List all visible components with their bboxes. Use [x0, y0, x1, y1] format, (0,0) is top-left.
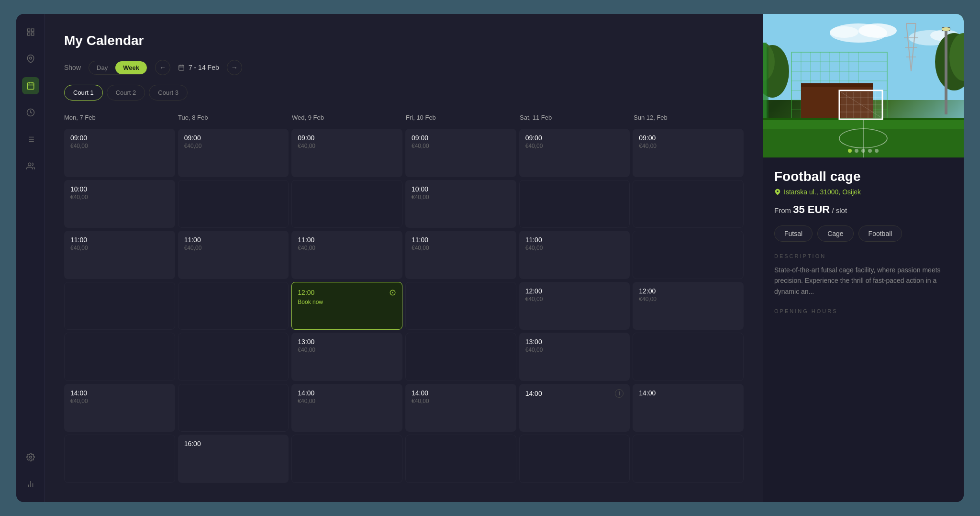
court-tabs: Court 1 Court 2 Court 3 — [64, 85, 744, 101]
svg-rect-41 — [763, 43, 767, 119]
controls-row: Show Day Week ← 7 - 14 Feb → — [64, 60, 744, 75]
slot-mon-14[interactable]: 14:00€40,00 — [64, 384, 175, 432]
tag-cage[interactable]: Cage — [817, 225, 853, 242]
calendar-body: 09:00€40,00 09:00€40,00 09:00€40,00 09:0… — [64, 129, 744, 483]
svg-point-17 — [29, 456, 32, 459]
sidebar-icon-calendar[interactable] — [22, 77, 39, 94]
slot-mon-11[interactable]: 11:00€40,00 — [64, 231, 175, 279]
slot-sat-14[interactable]: 14:00 i — [519, 384, 630, 432]
tag-futsal[interactable]: Futsal — [774, 225, 813, 242]
next-week-button[interactable]: → — [227, 60, 242, 75]
court-tab-3[interactable]: Court 3 — [149, 85, 188, 101]
slot-mon-12-empty — [64, 282, 175, 330]
sidebar — [16, 14, 45, 502]
sidebar-icon-location[interactable] — [22, 50, 39, 67]
price-from: From — [774, 206, 791, 214]
venue-name: Football cage — [774, 169, 952, 184]
slot-mon-13-empty — [64, 333, 175, 381]
slot-sun-11-empty — [633, 231, 744, 279]
slot-fri-12-empty — [405, 282, 516, 330]
slot-tue-12-empty — [178, 282, 289, 330]
sidebar-icon-list[interactable] — [22, 131, 39, 148]
svg-point-74 — [942, 27, 950, 31]
calendar-grid: Mon, 7 Feb Tue, 8 Feb Wed, 9 Feb Fri, 10… — [64, 112, 744, 483]
svg-rect-5 — [27, 83, 34, 90]
svg-rect-1 — [31, 29, 33, 31]
slot-wed-13[interactable]: 13:00€40,00 — [291, 333, 402, 381]
slot-sat-10-empty — [519, 180, 630, 228]
week-view-button[interactable]: Week — [115, 61, 147, 74]
venue-description: State-of-the-art futsal cage facility, w… — [774, 265, 952, 297]
image-dots — [848, 149, 879, 153]
date-range: 7 - 14 Feb — [178, 64, 219, 71]
slot-sat-11[interactable]: 11:00€40,00 — [519, 231, 630, 279]
dot-4[interactable] — [868, 149, 872, 153]
tag-football[interactable]: Football — [858, 225, 902, 242]
slot-tue-13-empty — [178, 333, 289, 381]
slot-wed-11[interactable]: 11:00€40,00 — [291, 231, 402, 279]
svg-point-4 — [29, 57, 32, 59]
dot-1[interactable] — [848, 149, 852, 153]
day-header-mon: Mon, 7 Feb — [64, 112, 174, 123]
dot-2[interactable] — [855, 149, 858, 153]
svg-rect-2 — [27, 33, 30, 35]
opening-hours-label: OPENING HOURS — [774, 308, 952, 314]
slot-wed-14[interactable]: 14:00€40,00 — [291, 384, 402, 432]
slot-fri-16-empty — [405, 435, 516, 483]
slot-wed-12-highlighted[interactable]: 12:00 ⊙ Book now — [291, 282, 402, 330]
slot-sun-10-empty — [633, 180, 744, 228]
day-header-sat: Sat, 11 Feb — [520, 112, 630, 123]
sidebar-icon-clock[interactable] — [22, 104, 39, 121]
slot-fri-09[interactable]: 09:00€40,00 — [405, 129, 516, 177]
svg-point-27 — [858, 23, 897, 38]
right-panel: Football cage Istarska ul., 31000, Osije… — [763, 14, 964, 502]
svg-rect-21 — [179, 65, 184, 70]
venue-tags: Futsal Cage Football — [774, 225, 952, 242]
dot-3[interactable] — [861, 149, 865, 153]
slot-sun-16-empty — [633, 435, 744, 483]
sidebar-icon-chart[interactable] — [22, 475, 39, 493]
sidebar-icon-grid[interactable] — [22, 23, 39, 41]
slot-sat-13[interactable]: 13:00€40,00 — [519, 333, 630, 381]
slot-tue-11[interactable]: 11:00€40,00 — [178, 231, 289, 279]
slot-sat-16-empty — [519, 435, 630, 483]
page-title: My Calendar — [64, 33, 744, 48]
venue-price: From 35 EUR / slot — [774, 203, 952, 216]
prev-week-button[interactable]: ← — [155, 60, 170, 75]
slot-wed-09[interactable]: 09:00€40,00 — [291, 129, 402, 177]
slot-wed-16-empty — [291, 435, 402, 483]
slot-tue-09[interactable]: 09:00€40,00 — [178, 129, 289, 177]
slot-sat-12[interactable]: 12:00€40,00 — [519, 282, 630, 330]
court-tab-2[interactable]: Court 2 — [107, 85, 145, 101]
svg-rect-72 — [945, 28, 947, 114]
view-toggle: Day Week — [89, 61, 147, 75]
venue-location: Istarska ul., 31000, Osijek — [774, 188, 952, 196]
slot-mon-10[interactable]: 10:00€40,00 — [64, 180, 175, 228]
slot-tue-14-empty — [178, 384, 289, 432]
slot-fri-11[interactable]: 11:00€40,00 — [405, 231, 516, 279]
slot-sun-12[interactable]: 12:00€40,00 — [633, 282, 744, 330]
court-tab-1[interactable]: Court 1 — [64, 85, 103, 101]
slot-tue-10-empty — [178, 180, 289, 228]
day-view-button[interactable]: Day — [89, 61, 115, 74]
sidebar-icon-settings[interactable] — [22, 449, 39, 466]
day-header-tue: Tue, 8 Feb — [178, 112, 288, 123]
svg-rect-3 — [31, 33, 33, 35]
slot-tue-16[interactable]: 16:00 — [178, 435, 289, 483]
svg-rect-58 — [801, 83, 873, 87]
svg-point-78 — [777, 191, 779, 192]
slot-fri-10[interactable]: 10:00€40,00 — [405, 180, 516, 228]
slot-sun-09[interactable]: 09:00€40,00 — [633, 129, 744, 177]
slot-sun-14[interactable]: 14:00 — [633, 384, 744, 432]
slot-sun-13-empty — [633, 333, 744, 381]
slot-mon-09[interactable]: 09:00€40,00 — [64, 129, 175, 177]
sidebar-icon-people[interactable] — [22, 157, 39, 175]
svg-point-16 — [28, 163, 31, 166]
main-content: My Calendar Show Day Week ← 7 - 14 Feb →… — [45, 14, 763, 502]
dot-5[interactable] — [875, 149, 879, 153]
slot-mon-16-empty — [64, 435, 175, 483]
slot-sat-09[interactable]: 09:00€40,00 — [519, 129, 630, 177]
slot-fri-14[interactable]: 14:00€40,00 — [405, 384, 516, 432]
slot-fri-13-empty — [405, 333, 516, 381]
calendar-header: Mon, 7 Feb Tue, 8 Feb Wed, 9 Feb Fri, 10… — [64, 112, 744, 123]
